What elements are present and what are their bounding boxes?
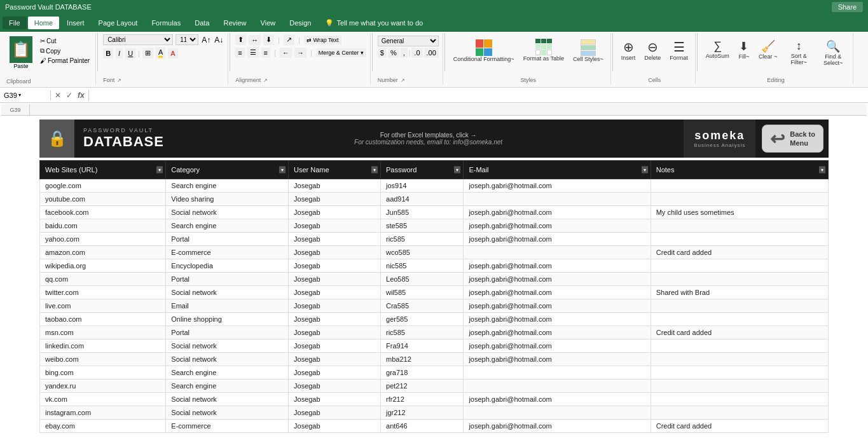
cell-website[interactable]: wikipedia.org — [40, 259, 166, 273]
username-filter-button[interactable]: ▾ — [371, 167, 378, 174]
cell-username[interactable]: Josegab — [289, 219, 381, 233]
cell-notes[interactable]: Shared with Brad — [651, 286, 828, 299]
cell-email[interactable] — [464, 406, 651, 420]
tab-insert[interactable]: Insert — [60, 17, 91, 29]
cell-notes[interactable] — [651, 273, 828, 286]
cell-username[interactable]: Josegab — [289, 259, 381, 273]
increase-decimal-button[interactable]: .00 — [424, 48, 439, 58]
cell-password[interactable]: Cra585 — [381, 299, 464, 313]
align-left-button[interactable]: ≡ — [235, 48, 244, 58]
table-row[interactable]: vk.comSocial networkJosegabrfr212joseph.… — [40, 393, 829, 406]
cell-website[interactable]: baidu.com — [40, 219, 166, 233]
cell-category[interactable]: E-commerce — [166, 420, 289, 433]
conditional-formatting-button[interactable]: Conditional Formatting~ — [450, 37, 518, 65]
comma-button[interactable]: , — [401, 48, 408, 58]
cell-password[interactable]: jgr212 — [381, 406, 464, 420]
cell-password[interactable]: ric585 — [381, 233, 464, 246]
back-to-menu-button[interactable]: ↩ Back toMenu — [762, 125, 823, 153]
cell-password[interactable]: rfr212 — [381, 393, 464, 406]
cell-notes[interactable] — [651, 259, 828, 273]
cell-username[interactable]: Josegab — [289, 313, 381, 326]
cell-notes[interactable] — [651, 406, 828, 420]
cell-website[interactable]: facebook.com — [40, 206, 166, 219]
cell-username[interactable]: Josegab — [289, 286, 381, 299]
cell-username[interactable]: Josegab — [289, 299, 381, 313]
cell-category[interactable]: Email — [166, 299, 289, 313]
table-row[interactable]: youtube.comVideo sharingJosegabaad914 — [40, 193, 829, 206]
cell-email[interactable]: joseph.gabri@hotmail.com — [464, 273, 651, 286]
cell-notes[interactable]: Credit card added — [651, 420, 828, 433]
cell-category[interactable]: Search engine — [166, 219, 289, 233]
tell-me-bar[interactable]: 💡 Tell me what you want to do — [319, 17, 429, 30]
tab-file[interactable]: File — [3, 17, 27, 29]
cell-username[interactable]: Josegab — [289, 179, 381, 193]
cell-username[interactable]: Josegab — [289, 273, 381, 286]
cell-category[interactable]: Social network — [166, 206, 289, 219]
cell-notes[interactable] — [651, 380, 828, 393]
cell-notes[interactable] — [651, 339, 828, 353]
share-button[interactable]: Share — [832, 2, 863, 12]
cell-category[interactable]: Online shopping — [166, 313, 289, 326]
cell-website[interactable]: amazon.com — [40, 246, 166, 259]
cell-username[interactable]: Josegab — [289, 233, 381, 246]
table-wrapper[interactable]: Web Sites (URL) ▾ Category ▾ User Name ▾ — [39, 160, 829, 433]
email-filter-button[interactable]: ▾ — [642, 167, 648, 174]
delete-button[interactable]: ⊖ Delete — [641, 37, 664, 74]
cell-website[interactable]: youtube.com — [40, 193, 166, 206]
table-row[interactable]: msn.comPortalJosegabric585joseph.gabri@h… — [40, 326, 829, 339]
cell-username[interactable]: Josegab — [289, 206, 381, 219]
cell-password[interactable]: Fra914 — [381, 339, 464, 353]
tab-design[interactable]: Design — [283, 17, 317, 29]
cell-email[interactable] — [464, 380, 651, 393]
cell-website[interactable]: qq.com — [40, 273, 166, 286]
format-painter-button[interactable]: 🖌 Format Painter — [38, 57, 92, 65]
bold-button[interactable]: B — [103, 48, 113, 58]
cell-email[interactable]: joseph.gabri@hotmail.com — [464, 259, 651, 273]
tab-view[interactable]: View — [254, 17, 282, 29]
cell-email[interactable]: joseph.gabri@hotmail.com — [464, 299, 651, 313]
decrease-font-icon[interactable]: A↓ — [214, 35, 224, 45]
cell-username[interactable]: Josegab — [289, 353, 381, 366]
notes-filter-button[interactable]: ▾ — [819, 167, 825, 174]
cell-password[interactable]: wco585 — [381, 246, 464, 259]
cell-website[interactable]: bing.com — [40, 366, 166, 380]
table-row[interactable]: linkedin.comSocial networkJosegabFra914j… — [40, 339, 829, 353]
cell-website[interactable]: weibo.com — [40, 353, 166, 366]
table-row[interactable]: yandex.ruSearch engineJosegabpet212 — [40, 380, 829, 393]
cell-username[interactable]: Josegab — [289, 326, 381, 339]
cell-username[interactable]: Josegab — [289, 406, 381, 420]
tab-formulas[interactable]: Formulas — [145, 17, 187, 29]
cell-email[interactable]: joseph.gabri@hotmail.com — [464, 393, 651, 406]
cell-category[interactable]: Social network — [166, 353, 289, 366]
cell-notes[interactable] — [651, 233, 828, 246]
cell-category[interactable]: Search engine — [166, 366, 289, 380]
fill-button[interactable]: ⬇ Fill~ — [735, 37, 753, 74]
cell-password[interactable]: jos914 — [381, 179, 464, 193]
cell-website[interactable]: yandex.ru — [40, 380, 166, 393]
table-row[interactable]: instagram.comSocial networkJosegabjgr212 — [40, 406, 829, 420]
merge-center-button[interactable]: Merge & Center ▾ — [316, 48, 366, 57]
table-row[interactable]: wikipedia.orgEncyclopediaJosegabnic585jo… — [40, 259, 829, 273]
cell-email[interactable] — [464, 366, 651, 380]
website-filter-button[interactable]: ▾ — [156, 167, 163, 174]
cancel-formula-icon[interactable]: ✕ — [53, 90, 62, 101]
cell-category[interactable]: Portal — [166, 273, 289, 286]
cell-category[interactable]: Search engine — [166, 380, 289, 393]
cell-notes[interactable]: Credit card added — [651, 246, 828, 259]
cell-category[interactable]: Search engine — [166, 179, 289, 193]
cell-category[interactable]: Portal — [166, 233, 289, 246]
tab-review[interactable]: Review — [217, 17, 252, 29]
cell-category[interactable]: Social network — [166, 393, 289, 406]
cell-username[interactable]: Josegab — [289, 246, 381, 259]
percent-button[interactable]: % — [388, 48, 399, 58]
cell-password[interactable]: ger585 — [381, 313, 464, 326]
orientation-button[interactable]: ↗ — [284, 34, 294, 45]
italic-button[interactable]: I — [116, 48, 123, 58]
cell-notes[interactable] — [651, 366, 828, 380]
tab-data[interactable]: Data — [188, 17, 216, 29]
insert-function-icon[interactable]: fx — [76, 90, 86, 101]
copy-button[interactable]: ⧉ Copy — [38, 46, 92, 55]
cell-username[interactable]: Josegab — [289, 393, 381, 406]
cell-password[interactable]: Jun585 — [381, 206, 464, 219]
cell-password[interactable]: wil585 — [381, 286, 464, 299]
